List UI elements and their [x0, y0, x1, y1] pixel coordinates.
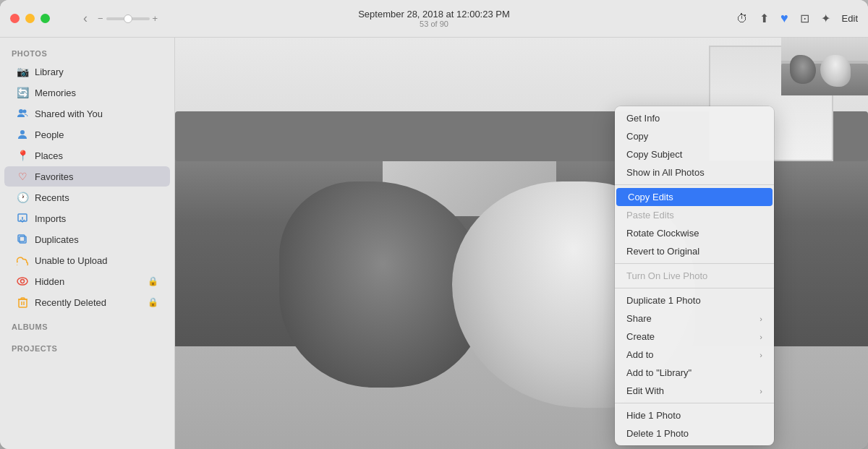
sidebar-label-shared-with-you: Shared with You	[35, 108, 158, 119]
library-icon: 📷	[16, 65, 29, 78]
sidebar-label-people: People	[35, 129, 158, 140]
hidden-lock-icon: 🔒	[148, 276, 158, 286]
create-submenu-chevron: ›	[760, 333, 762, 341]
crop-icon[interactable]: ⊡	[800, 12, 809, 25]
menu-item-add-to[interactable]: Add to ›	[615, 346, 774, 364]
sidebar-item-memories[interactable]: 🔄 Memories	[4, 82, 170, 103]
sidebar-label-unable-to-upload: Unable to Upload	[35, 255, 158, 266]
traffic-lights	[10, 14, 50, 23]
sidebar: Photos 📷 Library 🔄 Memories Shared with …	[0, 38, 175, 449]
photo-count: 53 of 90	[358, 20, 510, 28]
menu-item-turn-on-live-photo: Turn On Live Photo	[615, 267, 774, 285]
sidebar-item-library[interactable]: 📷 Library	[4, 61, 170, 82]
menu-separator-2	[615, 263, 774, 264]
sidebar-label-favorites: Favorites	[35, 171, 158, 182]
minimize-button[interactable]	[25, 14, 35, 23]
context-menu: Get Info Copy Copy Subject Show in All P…	[615, 106, 774, 445]
menu-item-copy-subject[interactable]: Copy Subject	[615, 145, 774, 163]
menu-item-get-info[interactable]: Get Info	[615, 109, 774, 127]
unable-upload-icon	[16, 254, 29, 267]
menu-item-show-in-all-photos[interactable]: Show in All Photos	[615, 163, 774, 181]
svg-point-0	[19, 109, 23, 114]
svg-point-2	[20, 130, 25, 134]
sidebar-item-recents[interactable]: 🕐 Recents	[4, 187, 170, 208]
menu-item-hide-1-photo[interactable]: Hide 1 Photo	[615, 406, 774, 424]
sidebar-item-people[interactable]: People	[4, 124, 170, 145]
sidebar-section-albums: Albums	[0, 320, 174, 334]
edit-with-submenu-chevron: ›	[760, 387, 762, 395]
sidebar-item-imports[interactable]: Imports	[4, 208, 170, 228]
back-button[interactable]: ‹	[79, 11, 92, 26]
sidebar-label-recently-deleted: Recently Deleted	[35, 297, 142, 308]
svg-point-6	[17, 278, 27, 285]
share-submenu-chevron: ›	[760, 315, 762, 323]
sidebar-item-unable-to-upload[interactable]: Unable to Upload	[4, 250, 170, 270]
zoom-control: − +	[98, 13, 158, 24]
app-window: ‹ − + September 28, 2018 at 12:00:23 PM …	[0, 0, 868, 449]
menu-item-copy[interactable]: Copy	[615, 127, 774, 145]
info-icon[interactable]: ⏱	[736, 12, 748, 25]
hidden-icon	[16, 275, 29, 288]
menu-item-revert-to-original[interactable]: Revert to Original	[615, 242, 774, 260]
people-icon	[16, 128, 29, 141]
photo-thumbnail	[781, 38, 868, 95]
imports-icon	[16, 212, 29, 225]
titlebar-center: September 28, 2018 at 12:00:23 PM 53 of …	[358, 9, 510, 28]
maximize-button[interactable]	[41, 14, 50, 23]
svg-rect-8	[19, 299, 27, 307]
sidebar-item-places[interactable]: 📍 Places	[4, 145, 170, 166]
sidebar-item-duplicates[interactable]: Duplicates	[4, 229, 170, 249]
shared-icon	[16, 107, 29, 120]
menu-item-delete-1-photo[interactable]: Delete 1 Photo	[615, 424, 774, 442]
sidebar-label-memories: Memories	[35, 87, 158, 98]
zoom-slider[interactable]	[106, 17, 150, 20]
menu-item-add-to-library[interactable]: Add to "Library"	[615, 364, 774, 382]
titlebar: ‹ − + September 28, 2018 at 12:00:23 PM …	[0, 0, 868, 38]
menu-item-share[interactable]: Share ›	[615, 309, 774, 328]
zoom-plus: +	[153, 13, 158, 24]
sidebar-section-projects: Projects	[0, 341, 174, 356]
main-content: Photos 📷 Library 🔄 Memories Shared with …	[0, 38, 868, 449]
sidebar-label-imports: Imports	[35, 213, 158, 224]
svg-point-7	[21, 280, 25, 283]
sidebar-label-places: Places	[35, 150, 158, 161]
sidebar-item-hidden[interactable]: Hidden 🔒	[4, 271, 170, 291]
recently-deleted-lock-icon: 🔒	[148, 297, 158, 307]
sidebar-label-recents: Recents	[35, 192, 158, 203]
sidebar-label-duplicates: Duplicates	[35, 234, 158, 245]
menu-separator-4	[615, 403, 774, 403]
share-icon[interactable]: ⬆	[760, 12, 769, 25]
places-icon: 📍	[16, 149, 29, 162]
favorites-icon: ♡	[16, 170, 29, 183]
sidebar-label-hidden: Hidden	[35, 276, 142, 287]
sidebar-label-library: Library	[35, 67, 158, 77]
photo-datetime: September 28, 2018 at 12:00:23 PM	[358, 9, 510, 20]
menu-item-paste-edits: Paste Edits	[615, 206, 774, 224]
edit-button[interactable]: Edit	[842, 13, 858, 24]
recents-icon: 🕐	[16, 191, 29, 204]
magic-wand-icon[interactable]: ✦	[821, 12, 830, 25]
menu-separator-1	[615, 184, 774, 185]
zoom-thumb	[124, 14, 132, 23]
recently-deleted-icon	[16, 296, 29, 309]
menu-item-edit-with[interactable]: Edit With ›	[615, 382, 774, 400]
add-to-submenu-chevron: ›	[760, 351, 762, 359]
photo-viewer: Get Info Copy Copy Subject Show in All P…	[175, 38, 868, 449]
menu-separator-3	[615, 288, 774, 288]
sidebar-section-photos: Photos	[0, 46, 174, 61]
zoom-minus: −	[98, 13, 103, 24]
svg-point-1	[23, 110, 27, 114]
duplicates-icon	[16, 233, 29, 246]
nav-controls: ‹ − +	[79, 11, 158, 26]
sidebar-item-favorites[interactable]: ♡ Favorites	[4, 166, 170, 187]
menu-item-duplicate-1-photo[interactable]: Duplicate 1 Photo	[615, 291, 774, 309]
sidebar-item-shared-with-you[interactable]: Shared with You	[4, 103, 170, 124]
favorite-icon[interactable]: ♥	[780, 11, 788, 26]
sidebar-item-recently-deleted[interactable]: Recently Deleted 🔒	[4, 292, 170, 312]
memories-icon: 🔄	[16, 86, 29, 99]
menu-item-rotate-clockwise[interactable]: Rotate Clockwise	[615, 224, 774, 242]
menu-item-create[interactable]: Create ›	[615, 328, 774, 346]
close-button[interactable]	[10, 14, 20, 23]
menu-item-copy-edits[interactable]: Copy Edits	[616, 188, 773, 206]
titlebar-actions: ⏱ ⬆ ♥ ⊡ ✦ Edit	[736, 11, 858, 26]
